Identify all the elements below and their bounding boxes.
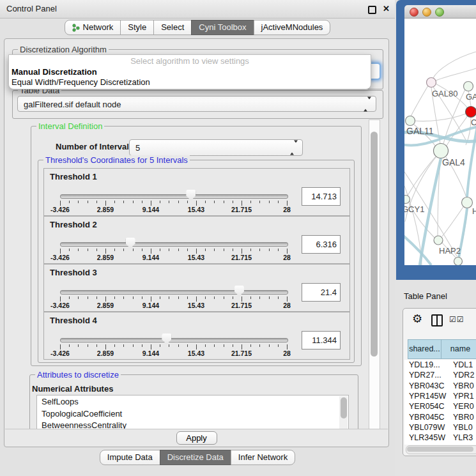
network-window-titlebar [404,5,476,19]
tick-mark [133,344,134,347]
threshold-1-slider-track[interactable] [60,194,288,199]
tick-mark [178,344,179,347]
network-node-ga[interactable] [464,82,473,91]
tick-label: 9.144 [142,206,159,213]
table-row[interactable]: YBR043CYBR0 [404,381,476,391]
top-tab-style[interactable]: Style [120,20,154,35]
threshold-2-slider-thumb[interactable] [126,238,135,249]
close-icon[interactable]: ✕ [383,4,390,13]
network-node[interactable] [454,257,463,266]
network-canvas[interactable]: GAL80GACGAL11GAL4GCY1HHAP2 [404,19,476,265]
tick-mark [287,201,288,206]
tick-mark [287,296,288,302]
attribute-item-topologicalcoefficient[interactable]: TopologicalCoefficient [37,408,348,420]
network-node-gal4[interactable] [434,144,449,158]
tick-mark [78,296,79,299]
tab-label: Cyni Toolbox [199,20,246,35]
threshold-1-value-field[interactable]: 14.713 [302,187,341,206]
threshold-1-slider-thumb[interactable] [186,190,196,201]
top-tab-bar: NetworkStyleSelectCyni ToolboxjActiveMNo… [0,20,395,35]
thresholds-group: Threshold's Coordinates for 5 Intervals … [38,160,355,363]
bottom-tab-infer-network[interactable]: Infer Network [231,450,295,465]
number-of-intervals-select[interactable]: 5 [129,139,303,156]
tick-mark [60,344,61,349]
threshold-2-slider-track[interactable] [60,242,288,247]
float-window-icon[interactable] [368,6,376,14]
tick-mark [60,201,61,206]
table-row[interactable]: YIL052CYIL0 [404,443,476,445]
threshold-3-value-field[interactable]: 21.4 [302,283,341,302]
tick-label: 21.715 [231,302,252,309]
close-traffic-light-icon[interactable] [410,8,418,17]
tab-label: Infer Network [238,450,288,464]
attributes-list-scrollbar-thumb[interactable] [341,397,347,418]
cell-name: YBL0 [453,422,473,433]
tick-mark [214,249,215,251]
attributes-list-scrollbar[interactable] [339,396,348,429]
tick-mark [187,296,188,299]
top-tab-cyni-toolbox[interactable]: Cyni Toolbox [191,20,254,35]
algorithm-option-equal-width-frequency-discretization[interactable]: Equal Width/Frequency Discretization [12,77,150,87]
tick-mark [224,201,224,203]
table-row[interactable]: YBR045CYBR0 [404,412,476,422]
threshold-4-value-field[interactable]: 11.344 [302,331,341,349]
table-row[interactable]: YPR145WYPR1 [404,391,476,401]
checkbox-select-icons[interactable]: ☑☑ [449,315,464,324]
network-node-gal11[interactable] [406,116,415,126]
bottom-tab-impute-data[interactable]: Impute Data [100,450,160,465]
panel-scrollbar-thumb[interactable] [371,132,378,357]
table-row[interactable]: YBL079WYBL0 [404,422,476,433]
table-data-select[interactable]: galFiltered.sif default node [17,96,376,112]
top-tab-jactivemnodules[interactable]: jActiveMNodules [254,20,331,35]
attribute-item-betweennesscentrality[interactable]: BetweennessCentrality [37,419,348,429]
gear-icon[interactable]: ⚙ [412,312,422,325]
table-row[interactable]: YDL19...YDL1 [404,360,476,370]
tick-mark [114,296,115,299]
threshold-3-slider-thumb[interactable] [234,286,244,296]
bottom-tab-discretize-data[interactable]: Discretize Data [160,450,231,465]
threshold-3-slider-track[interactable] [60,290,288,295]
cell-shared-name: YER054C [409,401,445,411]
tick-label: -3.426 [50,206,70,213]
cell-shared-name: YBL079W [409,422,445,433]
tick-mark [205,296,206,299]
network-node-label: GAL4 [442,157,465,167]
tick-mark [123,296,124,299]
zoom-traffic-light-icon[interactable] [435,8,444,17]
network-node-gcy1[interactable] [404,196,410,204]
algorithm-option-manual-discretization[interactable]: Manual Discretization [12,67,97,77]
network-node-h[interactable] [462,197,473,208]
table-horizontal-scrollbar-thumb[interactable] [407,447,473,452]
apply-button[interactable]: Apply [176,431,217,445]
combo-arrows-icon [364,99,371,109]
minimize-traffic-light-icon[interactable] [422,8,431,17]
network-node-gal80[interactable] [427,78,436,88]
network-node-c[interactable] [466,107,476,118]
attribute-item-selfloops[interactable]: SelfLoops [37,395,348,408]
tick-mark [224,296,224,299]
network-node-hap2[interactable] [434,236,443,245]
tick-mark [178,249,179,251]
table-horizontal-scrollbar[interactable] [406,445,476,454]
threshold-4-slider-thumb[interactable] [162,334,171,344]
tick-mark [250,344,251,347]
column-header-shared[interactable]: shared... [408,339,441,359]
top-tab-network[interactable]: Network [65,20,121,35]
columns-icon[interactable] [431,314,443,326]
column-header-name[interactable]: name [441,339,476,359]
table-row[interactable]: YDR27...YDR2 [404,370,476,380]
tick-label: 28 [283,206,291,213]
table-row[interactable]: YLR345WYLR3 [404,433,476,443]
threshold-2-value-field[interactable]: 6.316 [302,235,341,254]
tick-mark [105,249,106,254]
top-tab-select[interactable]: Select [153,20,192,35]
network-edge-thick [457,208,467,265]
threshold-4-slider-track[interactable] [60,338,288,342]
tick-mark [269,296,270,299]
threshold-1-box: Threshold 1-3.4262.8599.14415.4321.71528… [43,168,350,216]
tick-mark [123,249,124,251]
panel-scrollbar[interactable] [369,119,380,429]
table-row[interactable]: YER054CYER0 [404,401,476,411]
control-panel: Control Panel ✕ NetworkStyleSelectCyni T… [0,0,395,476]
tick-mark [278,201,279,203]
